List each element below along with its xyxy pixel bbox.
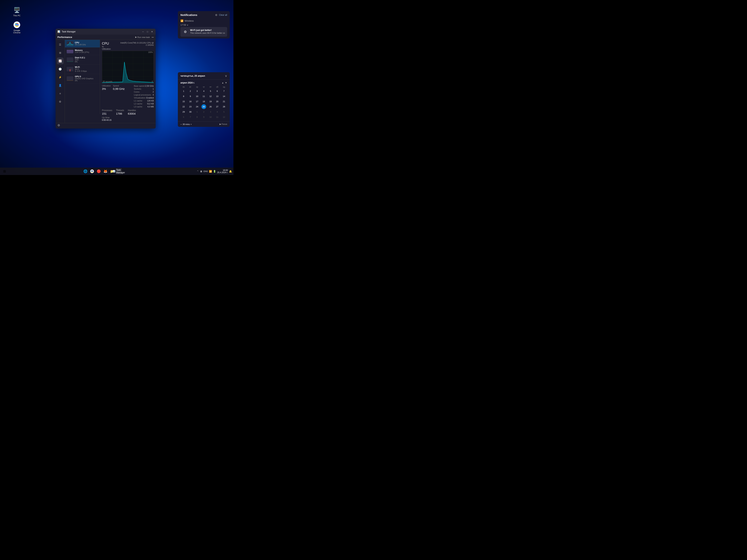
cal-day-28[interactable]: 28 — [222, 104, 226, 109]
chevron-down-icon[interactable]: ∨ — [187, 24, 188, 26]
cal-day-may-12[interactable]: 12 — [222, 115, 226, 119]
cal-day-may-11[interactable]: 11 — [215, 115, 220, 119]
notification-settings-icon[interactable]: ⚙ — [215, 14, 217, 17]
cal-day-24[interactable]: 24 — [195, 104, 200, 109]
cal-day-22[interactable]: 22 — [181, 104, 186, 109]
minimize-button[interactable]: ─ — [141, 30, 145, 33]
cal-day-9[interactable]: 9 — [188, 94, 193, 99]
cal-day-may-3[interactable]: 3 — [208, 109, 213, 114]
cpu-title: CPU — [102, 42, 113, 46]
taskbar-network-icon[interactable]: 🖥 — [200, 170, 202, 173]
sidebar-users-icon[interactable]: 👤 — [57, 82, 63, 89]
cal-day-may-6[interactable]: 6 — [181, 115, 186, 119]
plus-icon[interactable]: + — [190, 123, 191, 125]
cal-day-20[interactable]: 20 — [215, 99, 220, 104]
notification-item[interactable]: ⚙ Wi-Fi just got better! This network us… — [180, 27, 227, 37]
cal-day-may-9[interactable]: 9 — [201, 115, 206, 119]
settings-icon[interactable]: ⚙ — [57, 124, 60, 127]
taskbar-notification-icon[interactable]: 🔔 — [229, 170, 232, 173]
process-list: CPU 3% 0,99 GHz Memory 2,9/7,9 GB (37 — [65, 40, 100, 114]
handles-value: 63004 — [128, 112, 136, 115]
cal-day-25-today[interactable]: 25 — [201, 104, 206, 109]
performance-tab[interactable]: Performance — [57, 36, 72, 38]
chrome-desktop-icon — [13, 21, 21, 28]
cal-day-18[interactable]: 18 — [201, 99, 206, 104]
cal-day-11[interactable]: 11 — [201, 94, 206, 99]
maximize-button[interactable]: □ — [146, 30, 149, 33]
cal-day-15[interactable]: 15 — [181, 99, 186, 104]
run-task-label: Run new task — [137, 36, 150, 38]
sidebar-processes-icon[interactable]: ⊞ — [57, 49, 63, 56]
cal-day-29[interactable]: 29 — [181, 109, 186, 114]
focus-button[interactable]: ▶ Focus — [220, 123, 227, 125]
cal-day-5[interactable]: 5 — [208, 89, 213, 94]
calendar-expand-icon[interactable]: ∨ — [225, 74, 227, 78]
sidebar-history-icon[interactable]: 🕐 — [57, 66, 63, 73]
taskbar-time-group[interactable]: 18:00 25.4.2024 г. — [217, 169, 228, 174]
focus-label: Focus — [222, 123, 227, 125]
taskbar-lang[interactable]: ENG — [203, 170, 208, 172]
cal-day-2[interactable]: 2 — [188, 89, 193, 94]
l2-cache-value: 512 KB — [147, 103, 154, 105]
cal-day-12[interactable]: 12 — [208, 94, 213, 99]
start-button[interactable]: ⊞ — [1, 168, 7, 174]
desktop-icon-this-pc[interactable]: 🖥️ This PC — [10, 5, 24, 18]
cal-day-7[interactable]: 7 — [222, 89, 226, 94]
cal-day-may-7[interactable]: 7 — [188, 115, 193, 119]
cal-day-14[interactable]: 14 — [222, 94, 226, 99]
cores-label: Cores: — [134, 91, 140, 93]
cal-day-10[interactable]: 10 — [195, 94, 200, 99]
cal-day-may-10[interactable]: 10 — [208, 115, 213, 119]
taskbar-firefox-icon[interactable]: 🦊 — [102, 168, 108, 174]
clear-all-button[interactable]: Clear all — [219, 14, 227, 16]
process-item-gpu[interactable]: GPU 0 Intel(R) UHD Graphics0% — [65, 74, 100, 83]
calendar-prev-button[interactable]: ▲ — [222, 81, 224, 84]
cal-day-30[interactable]: 30 — [188, 109, 193, 114]
cal-day-21[interactable]: 21 — [222, 99, 226, 104]
taskbar-wifi-icon[interactable]: 📶 — [209, 170, 212, 173]
taskbar-chrome-icon[interactable] — [89, 168, 95, 174]
sidebar-performance-icon[interactable]: 📈 — [57, 58, 63, 64]
sidebar-details-icon[interactable]: ≡ — [57, 90, 63, 97]
sidebar-services-icon[interactable]: ⚙ — [57, 98, 63, 105]
cpu-processor-name: Intel(R) Core(TM) i3-10110U CPU @ 2.10GH… — [113, 42, 154, 46]
cal-day-4[interactable]: 4 — [201, 89, 206, 94]
minus-icon[interactable]: ─ — [180, 123, 182, 125]
sidebar-menu-icon[interactable]: ☰ — [57, 41, 63, 48]
process-item-wifi[interactable]: Wi-Fi Wi-FiS: 0 R: 0 Kbps — [65, 64, 100, 74]
desktop-icon-chrome[interactable]: Google Chrome — [10, 20, 24, 34]
cal-day-8[interactable]: 8 — [181, 94, 186, 99]
windows-icon: ⊞ — [3, 169, 6, 174]
process-item-cpu[interactable]: CPU 3% 0,99 GHz — [65, 40, 100, 47]
cal-day-23[interactable]: 23 — [188, 104, 193, 109]
notification-title: Notifications — [180, 14, 197, 17]
taskbar-opera-icon[interactable]: 🔴 — [96, 168, 102, 174]
cal-day-17[interactable]: 17 — [195, 99, 200, 104]
calendar-next-button[interactable]: ▼ — [225, 81, 227, 84]
calendar-panel: четвъртък, 25 април ∨ април 2024 г. ▲ ▼ … — [178, 72, 230, 127]
more-options-icon[interactable]: ••• — [152, 36, 154, 38]
sidebar-startup-icon[interactable]: ⚡ — [57, 74, 63, 81]
run-new-task-button[interactable]: ▶ Run new task — [135, 36, 150, 38]
disk-mini-chart — [67, 57, 73, 62]
cal-day-may-5[interactable]: 5 — [222, 109, 226, 114]
taskbar-task-manager[interactable]: 📊 Task Manager — [116, 168, 122, 174]
process-item-memory[interactable]: Memory 2,9/7,9 GB (37%) — [65, 47, 100, 55]
cal-day-16[interactable]: 16 — [188, 99, 193, 104]
cal-day-may-8[interactable]: 8 — [195, 115, 200, 119]
cal-day-27[interactable]: 27 — [215, 104, 220, 109]
cal-day-6[interactable]: 6 — [215, 89, 220, 94]
cal-day-3[interactable]: 3 — [195, 89, 200, 94]
taskbar-time: 18:00 — [217, 169, 228, 171]
cal-day-may-1[interactable]: 1 — [195, 109, 200, 114]
cal-day-19[interactable]: 19 — [208, 99, 213, 104]
graph-max-label: 100% — [148, 51, 153, 53]
cal-day-1[interactable]: 1 — [181, 89, 186, 94]
cal-day-13[interactable]: 13 — [215, 94, 220, 99]
cal-day-may-2[interactable]: 2 — [201, 109, 206, 114]
taskbar-edge-icon[interactable]: 🌐 — [82, 168, 88, 174]
cal-day-may-4[interactable]: 4 — [215, 109, 220, 114]
cal-day-26[interactable]: 26 — [208, 104, 213, 109]
close-button[interactable]: ✕ — [150, 30, 154, 33]
process-item-disk[interactable]: Disk 0 (C:) SSD0% — [65, 55, 100, 64]
